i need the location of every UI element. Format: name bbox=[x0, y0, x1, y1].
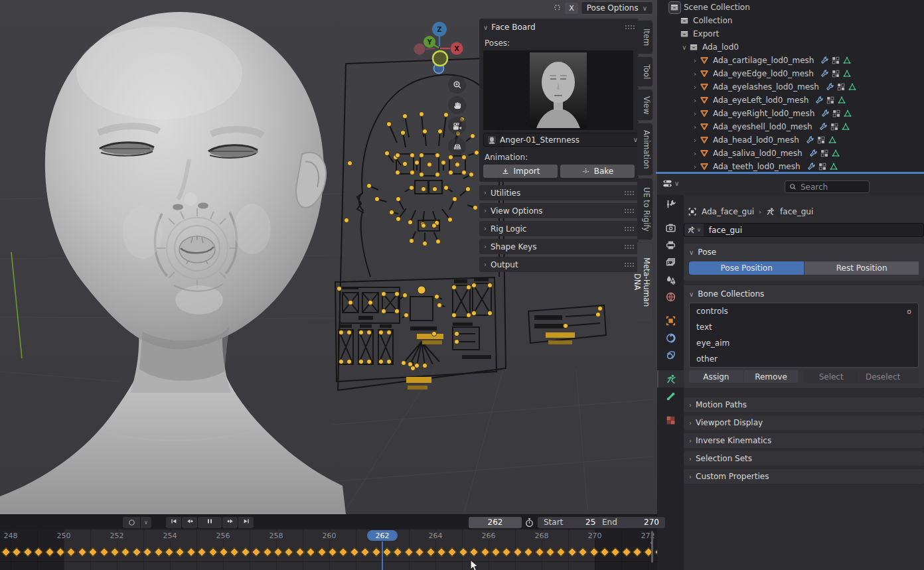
board-control-dot[interactable] bbox=[368, 300, 372, 305]
tab-animation[interactable]: Animation bbox=[637, 123, 653, 176]
outliner-item-label[interactable]: Ada_eyeshell_lod0_mesh bbox=[713, 122, 812, 131]
pause-button[interactable] bbox=[198, 517, 222, 528]
modifier-icon[interactable] bbox=[831, 69, 840, 78]
pan-hand-icon[interactable] bbox=[448, 96, 466, 114]
board-control-dot[interactable] bbox=[448, 170, 453, 175]
board-control-dot[interactable] bbox=[339, 359, 343, 364]
keyframe-diamond[interactable] bbox=[556, 547, 566, 557]
outliner-row[interactable]: ∨Ada_lod0 bbox=[657, 40, 924, 54]
outliner-row[interactable]: ›Ada_cartilage_lod0_mesh bbox=[657, 54, 924, 67]
board-control-dot[interactable] bbox=[395, 153, 400, 157]
datablock-name-field[interactable]: ∨ face_gui bbox=[684, 223, 924, 237]
board-control-dot[interactable] bbox=[454, 331, 459, 336]
keyframe-diamond[interactable] bbox=[447, 547, 457, 557]
jump-to-end-button[interactable] bbox=[238, 517, 254, 528]
panel-viewport-display[interactable]: ›Viewport Display bbox=[684, 415, 924, 430]
keyframe-diamond[interactable] bbox=[187, 547, 196, 557]
outliner-item-label[interactable]: Export bbox=[693, 29, 719, 38]
properties-tab-tool-icon[interactable] bbox=[657, 195, 684, 212]
board-control-dot[interactable] bbox=[418, 286, 425, 294]
expander-closed-icon[interactable]: › bbox=[690, 137, 700, 144]
properties-tab-view-layer-icon[interactable] bbox=[657, 253, 684, 271]
board-control-dot[interactable] bbox=[432, 186, 437, 191]
keyframe-diamond[interactable] bbox=[469, 547, 479, 557]
camera-view-icon[interactable] bbox=[448, 117, 466, 135]
panel-utilities[interactable]: ›Utilities bbox=[479, 185, 639, 200]
board-control-dot[interactable] bbox=[431, 331, 436, 336]
keyframe-diamond[interactable] bbox=[132, 547, 141, 557]
jump-to-start-button[interactable] bbox=[166, 517, 181, 528]
outliner-row[interactable]: Export bbox=[657, 27, 924, 40]
outliner-item-label[interactable]: Scene Collection bbox=[684, 3, 750, 12]
board-control-dot[interactable] bbox=[346, 330, 351, 334]
mesh-data-icon[interactable] bbox=[841, 122, 850, 131]
keyframe-diamond[interactable] bbox=[404, 547, 414, 557]
modifier-icon[interactable] bbox=[831, 56, 840, 65]
keyframe-diamond[interactable] bbox=[284, 547, 293, 557]
board-control-dot[interactable] bbox=[381, 291, 386, 296]
keyframe-diamond[interactable] bbox=[110, 547, 119, 557]
pose-mirror-icon[interactable] bbox=[552, 3, 562, 13]
keyframe-diamond[interactable] bbox=[208, 547, 218, 557]
properties-tab-bone-icon[interactable] bbox=[657, 388, 684, 405]
outliner-item-label[interactable]: Ada_lod0 bbox=[702, 42, 739, 52]
breadcrumb-data[interactable]: face_gui bbox=[780, 207, 813, 216]
board-control-dot[interactable] bbox=[441, 160, 445, 165]
mirror-x-button[interactable]: X bbox=[565, 3, 578, 14]
board-control-dot[interactable] bbox=[487, 283, 492, 287]
modifier-icon[interactable] bbox=[832, 109, 841, 118]
keyframe-diamond[interactable] bbox=[273, 547, 283, 557]
expander-closed-icon[interactable]: › bbox=[690, 97, 700, 104]
panel-grip[interactable] bbox=[624, 208, 634, 214]
tab-item[interactable]: Item bbox=[637, 20, 653, 54]
tab-tool[interactable]: Tool bbox=[637, 56, 653, 87]
properties-tab-object-data-icon[interactable] bbox=[657, 370, 684, 388]
board-control-dot[interactable] bbox=[409, 185, 414, 190]
outliner-item-label[interactable]: Ada_eyelashes_lod0_mesh bbox=[713, 82, 819, 92]
panel-grip[interactable] bbox=[624, 226, 634, 232]
expander-closed-icon[interactable]: › bbox=[690, 57, 700, 64]
outliner-item-label[interactable]: Ada_eyeLeft_lod0_mesh bbox=[713, 96, 809, 105]
keyframe-diamond[interactable] bbox=[360, 547, 370, 557]
keyframe-diamond[interactable] bbox=[513, 547, 522, 557]
keyframe-diamond[interactable] bbox=[502, 547, 511, 557]
modifier-icon[interactable] bbox=[816, 135, 826, 145]
board-control-dot[interactable] bbox=[344, 218, 348, 222]
board-control-dot[interactable] bbox=[431, 223, 436, 228]
solo-circle-icon[interactable]: o bbox=[907, 307, 911, 316]
board-control-dot[interactable] bbox=[402, 293, 407, 297]
board-control-dot[interactable] bbox=[366, 183, 371, 188]
board-control-dot[interactable] bbox=[454, 339, 459, 344]
editor-type-button[interactable]: ∨ bbox=[662, 178, 679, 188]
board-control-dot[interactable] bbox=[451, 285, 456, 289]
outliner-item-label[interactable]: Collection bbox=[693, 16, 732, 25]
pose-preview-box[interactable] bbox=[483, 50, 633, 130]
wrench-icon[interactable] bbox=[820, 56, 829, 65]
keyframe-diamond[interactable] bbox=[78, 547, 87, 557]
wrench-icon[interactable] bbox=[818, 122, 828, 131]
modifier-icon[interactable] bbox=[830, 122, 839, 131]
mesh-data-icon[interactable] bbox=[842, 56, 852, 65]
bone-collections-header[interactable]: ∨ Bone Collections bbox=[689, 288, 919, 300]
panel-inverse-kinematics[interactable]: ›Inverse Kinematics bbox=[684, 433, 924, 448]
board-control-dot[interactable] bbox=[461, 170, 466, 175]
board-control-dot[interactable] bbox=[466, 285, 471, 289]
assign-button[interactable]: Assign bbox=[689, 370, 743, 383]
board-control-dot[interactable] bbox=[410, 153, 414, 157]
board-control-dot[interactable] bbox=[400, 130, 405, 135]
keyframe-diamond[interactable] bbox=[197, 547, 206, 557]
board-control-dot[interactable] bbox=[381, 309, 386, 313]
board-control-dot[interactable] bbox=[434, 294, 439, 299]
properties-tab-scene-icon[interactable] bbox=[657, 271, 684, 288]
expander-closed-icon[interactable]: › bbox=[690, 84, 700, 91]
wrench-icon[interactable] bbox=[825, 82, 834, 92]
search-input[interactable]: Search bbox=[785, 180, 870, 193]
board-control-dot[interactable] bbox=[396, 196, 400, 201]
board-control-dot[interactable] bbox=[421, 186, 425, 191]
keyframe-diamond[interactable] bbox=[263, 547, 272, 557]
board-control-dot[interactable] bbox=[437, 303, 441, 307]
mesh-data-icon[interactable] bbox=[829, 162, 838, 171]
keyframe-diamond[interactable] bbox=[165, 547, 174, 557]
board-control-dot[interactable] bbox=[402, 113, 407, 118]
board-control-dot[interactable] bbox=[419, 111, 424, 116]
